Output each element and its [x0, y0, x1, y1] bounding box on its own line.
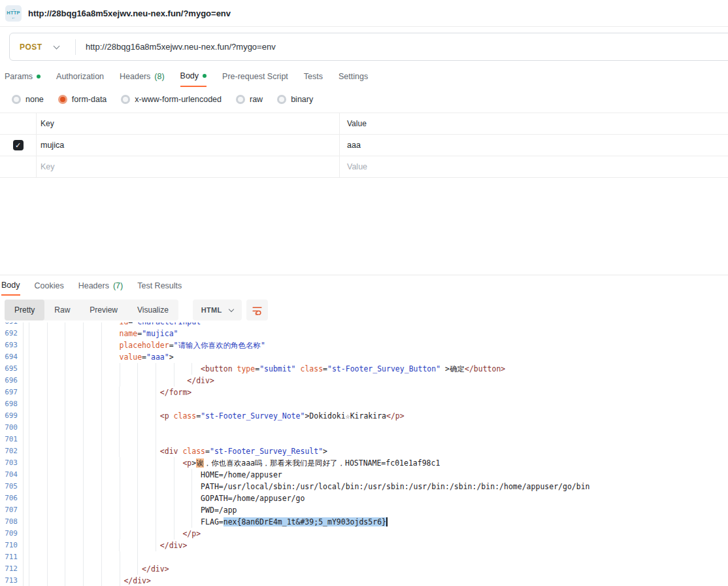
code-token: placeholder: [119, 341, 169, 350]
code-line: 696 </div>: [0, 375, 728, 387]
code-token: <p: [160, 411, 169, 421]
body-mode-raw[interactable]: raw: [236, 95, 263, 104]
code-line: 702 <div class="st-Footer_Survey_Result"…: [0, 445, 728, 457]
request-tab-header: → HTTP → http://28bqg16a8m5xejwv.neu-nex…: [0, 0, 728, 27]
key-cell[interactable]: mujica: [37, 135, 340, 156]
code-line-content: </form>: [29, 387, 191, 398]
body-mode-label: none: [25, 95, 44, 104]
tab-label: Pre-request Script: [222, 72, 288, 81]
code-line-content: HOME=/home/appuser: [29, 469, 282, 481]
row-checkbox-checked[interactable]: ✓: [13, 140, 24, 150]
body-mode-label: form-data: [72, 95, 107, 104]
code-line-content: </div>: [29, 375, 214, 387]
wrap-text-button[interactable]: [246, 300, 268, 320]
form-data-table: Key Value ✓ mujica aaa Key Value: [0, 112, 728, 178]
code-line: 700: [0, 422, 728, 434]
language-selector[interactable]: HTML: [193, 300, 242, 320]
value-input-placeholder[interactable]: Value: [340, 156, 728, 177]
green-dot-icon: [203, 74, 207, 78]
table-placeholder-row: Key Value: [0, 156, 728, 178]
request-tab-params[interactable]: Params: [5, 65, 41, 87]
request-tab-body[interactable]: Body: [180, 65, 207, 87]
key-input-placeholder[interactable]: Key: [37, 156, 340, 177]
code-line: 704 HOME=/home/appuser: [0, 469, 728, 481]
body-mode-x-www-form-urlencoded[interactable]: x-www-form-urlencoded: [121, 95, 222, 104]
response-tab-cookies[interactable]: Cookies: [35, 275, 64, 296]
code-line-content: </div>: [29, 540, 187, 551]
view-mode-pretty[interactable]: Pretty: [5, 300, 44, 320]
code-token: "mujica": [142, 329, 178, 338]
value-column-header: Value: [340, 113, 728, 134]
code-token: >Dokidoki☆Kirakira: [305, 411, 386, 421]
line-number: 692: [0, 328, 24, 339]
body-mode-label: binary: [291, 95, 313, 104]
body-mode-form-data[interactable]: form-data: [58, 95, 107, 104]
selected-flag-text: nex{8an6DrE4m_1t&#39;5_mY903ojds5r6}: [223, 517, 388, 526]
table-header-row: Key Value: [0, 113, 728, 135]
code-token: name: [119, 329, 137, 338]
code-token: >: [169, 353, 174, 362]
code-line-content: [29, 398, 160, 410]
tab-label: Settings: [339, 72, 368, 81]
view-mode-visualize[interactable]: Visualize: [127, 300, 178, 320]
code-line-content: [29, 422, 160, 434]
view-mode-raw[interactable]: Raw: [44, 300, 80, 320]
tab-count-badge: (8): [154, 72, 164, 81]
code-line: 709 </p>: [0, 528, 728, 540]
code-line: 708 FLAG=nex{8an6DrE4m_1t&#39;5_mY903ojd…: [0, 516, 728, 528]
code-editor[interactable]: 691 id="characterInput"692 name="mujica"…: [0, 322, 728, 586]
code-token: </p>: [386, 411, 405, 421]
code-token: PWD=/app: [201, 506, 237, 515]
code-token: id: [119, 322, 128, 326]
code-lines: 691 id="characterInput"692 name="mujica"…: [0, 322, 728, 586]
request-tab-authorization[interactable]: Authorization: [56, 65, 104, 87]
code-token: "submit": [259, 364, 295, 373]
code-token: "aaa": [146, 353, 169, 362]
line-number: 691: [0, 322, 24, 328]
line-number: 695: [0, 363, 24, 375]
green-dot-icon: [37, 75, 41, 78]
code-line: 703 <p>诶，你也喜欢aaa吗，那看来我们是同好了，HOSTNAME=fc0…: [0, 457, 728, 469]
code-line-content: PATH=/usr/local/sbin:/usr/local/bin:/usr…: [29, 481, 590, 492]
code-token: value: [119, 353, 142, 362]
radio-icon: [12, 95, 21, 104]
value-cell[interactable]: aaa: [340, 135, 728, 156]
code-line: 691 id="characterInput": [0, 322, 728, 328]
request-tab-headers[interactable]: Headers(8): [120, 65, 165, 87]
http-request-icon: → HTTP →: [5, 5, 22, 22]
code-line: 697 </form>: [0, 387, 728, 398]
body-mode-none[interactable]: none: [12, 95, 44, 104]
line-number: 707: [0, 504, 24, 516]
response-tab-headers[interactable]: Headers(7): [78, 275, 124, 296]
code-line: 695 <button type="submit" class="st-Foot…: [0, 363, 728, 375]
body-mode-binary[interactable]: binary: [277, 95, 313, 104]
line-number: 708: [0, 516, 24, 528]
code-line: 699 <p class="st-Footer_Survey_Note">Dok…: [0, 410, 728, 422]
radio-icon: [121, 95, 130, 104]
method-label: POST: [20, 43, 42, 52]
line-number: 701: [0, 434, 24, 445]
code-token: class: [178, 447, 206, 456]
view-mode-preview[interactable]: Preview: [80, 300, 127, 320]
code-line-content: value="aaa">: [29, 351, 174, 363]
request-tab-tests[interactable]: Tests: [304, 65, 323, 87]
response-tab-test-results[interactable]: Test Results: [137, 275, 182, 296]
line-number: 709: [0, 528, 24, 540]
request-tab-title[interactable]: http://28bqg16a8m5xejwv.neu-nex.fun/?myg…: [28, 9, 231, 18]
code-token: "st-Footer_Survey_Result": [210, 447, 323, 456]
code-line: 698: [0, 398, 728, 410]
radio-selected-icon: [58, 95, 67, 104]
body-mode-label: x-www-form-urlencoded: [135, 95, 222, 104]
request-tab-pre-request-script[interactable]: Pre-request Script: [222, 65, 288, 87]
code-line-content: <p>诶，你也喜欢aaa吗，那看来我们是同好了，HOSTNAME=fc01e1a…: [29, 457, 440, 469]
code-token: =: [205, 447, 210, 456]
request-tab-settings[interactable]: Settings: [339, 65, 368, 87]
code-token: </form>: [160, 388, 191, 397]
response-tab-body[interactable]: Body: [1, 275, 20, 296]
method-selector[interactable]: POST: [10, 43, 75, 52]
chevron-down-icon: [53, 43, 59, 49]
tab-label: Tests: [304, 72, 323, 81]
tab-label: Test Results: [137, 281, 182, 290]
url-input[interactable]: http://28bqg16a8m5xejwv.neu-nex.fun/?myg…: [76, 42, 276, 52]
view-mode-group: PrettyRawPreviewVisualize: [5, 300, 178, 320]
